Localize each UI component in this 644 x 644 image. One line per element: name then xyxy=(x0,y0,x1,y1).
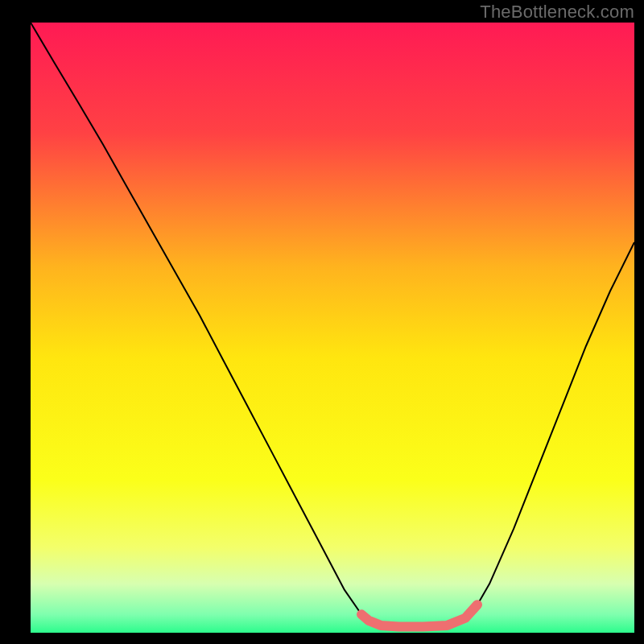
chart-frame: TheBottleneck.com xyxy=(0,0,644,644)
plot-area xyxy=(31,23,634,633)
watermark-label: TheBottleneck.com xyxy=(480,2,634,23)
chart-svg xyxy=(31,23,634,633)
gradient-background xyxy=(31,23,634,633)
